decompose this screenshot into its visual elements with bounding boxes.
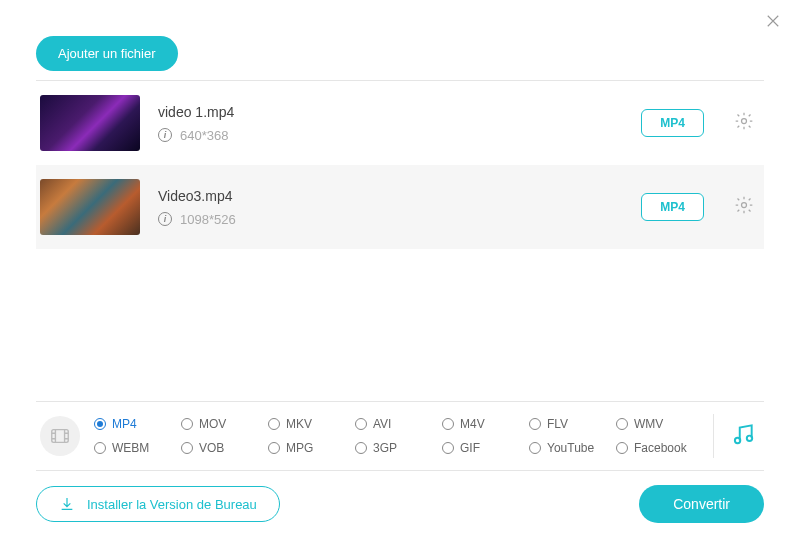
format-grid: MP4 MOV MKV AVI M4V FLV WMV WEBM VOB MPG… <box>94 417 697 455</box>
format-label: MPG <box>286 441 313 455</box>
radio-icon <box>268 418 280 430</box>
info-icon: i <box>158 212 172 226</box>
format-label: Facebook <box>634 441 687 455</box>
download-icon <box>59 496 75 512</box>
add-file-button[interactable]: Ajouter un fichier <box>36 36 178 71</box>
file-dimensions: i 640*368 <box>158 128 623 143</box>
format-option-gif[interactable]: GIF <box>442 441 523 455</box>
format-option-avi[interactable]: AVI <box>355 417 436 431</box>
file-name: Video3.mp4 <box>158 188 623 204</box>
format-option-3gp[interactable]: 3GP <box>355 441 436 455</box>
radio-icon <box>355 442 367 454</box>
format-badge-button[interactable]: MP4 <box>641 193 704 221</box>
radio-icon <box>94 442 106 454</box>
format-option-mov[interactable]: MOV <box>181 417 262 431</box>
format-option-facebook[interactable]: Facebook <box>616 441 697 455</box>
format-label: MP4 <box>112 417 137 431</box>
file-row[interactable]: video 1.mp4 i 640*368 MP4 <box>36 81 764 165</box>
radio-icon <box>616 442 628 454</box>
format-label: M4V <box>460 417 485 431</box>
format-option-vob[interactable]: VOB <box>181 441 262 455</box>
install-desktop-button[interactable]: Installer la Version de Bureau <box>36 486 280 522</box>
svg-point-3 <box>735 438 740 443</box>
radio-icon <box>181 442 193 454</box>
radio-icon <box>94 418 106 430</box>
gear-icon[interactable] <box>734 111 754 135</box>
format-option-youtube[interactable]: YouTube <box>529 441 610 455</box>
radio-icon <box>442 442 454 454</box>
format-label: GIF <box>460 441 480 455</box>
convert-button[interactable]: Convertir <box>639 485 764 523</box>
format-label: YouTube <box>547 441 594 455</box>
file-thumbnail <box>40 95 140 151</box>
radio-icon <box>268 442 280 454</box>
gear-icon[interactable] <box>734 195 754 219</box>
svg-rect-2 <box>52 430 69 443</box>
format-label: 3GP <box>373 441 397 455</box>
format-label: MKV <box>286 417 312 431</box>
file-meta: video 1.mp4 i 640*368 <box>158 104 623 143</box>
dimensions-text: 1098*526 <box>180 212 236 227</box>
format-label: VOB <box>199 441 224 455</box>
close-icon[interactable] <box>764 12 782 34</box>
format-option-m4v[interactable]: M4V <box>442 417 523 431</box>
format-panel: MP4 MOV MKV AVI M4V FLV WMV WEBM VOB MPG… <box>36 401 764 471</box>
format-label: MOV <box>199 417 226 431</box>
file-list: video 1.mp4 i 640*368 MP4 Video3.mp4 i 1… <box>36 80 764 249</box>
format-option-mkv[interactable]: MKV <box>268 417 349 431</box>
file-meta: Video3.mp4 i 1098*526 <box>158 188 623 227</box>
file-name: video 1.mp4 <box>158 104 623 120</box>
svg-point-4 <box>747 436 752 441</box>
audio-category-icon[interactable] <box>730 421 756 451</box>
file-row[interactable]: Video3.mp4 i 1098*526 MP4 <box>36 165 764 249</box>
radio-icon <box>355 418 367 430</box>
format-label: WEBM <box>112 441 149 455</box>
radio-icon <box>616 418 628 430</box>
svg-point-0 <box>742 119 747 124</box>
format-label: FLV <box>547 417 568 431</box>
divider <box>713 414 714 458</box>
info-icon: i <box>158 128 172 142</box>
radio-icon <box>529 418 541 430</box>
radio-icon <box>181 418 193 430</box>
video-category-icon[interactable] <box>40 416 80 456</box>
file-thumbnail <box>40 179 140 235</box>
format-option-mp4[interactable]: MP4 <box>94 417 175 431</box>
footer: Installer la Version de Bureau Convertir <box>36 485 764 523</box>
format-badge-button[interactable]: MP4 <box>641 109 704 137</box>
radio-icon <box>529 442 541 454</box>
format-option-mpg[interactable]: MPG <box>268 441 349 455</box>
format-option-wmv[interactable]: WMV <box>616 417 697 431</box>
radio-icon <box>442 418 454 430</box>
format-label: WMV <box>634 417 663 431</box>
install-label: Installer la Version de Bureau <box>87 497 257 512</box>
format-label: AVI <box>373 417 391 431</box>
dimensions-text: 640*368 <box>180 128 228 143</box>
format-option-flv[interactable]: FLV <box>529 417 610 431</box>
svg-point-1 <box>742 203 747 208</box>
format-option-webm[interactable]: WEBM <box>94 441 175 455</box>
file-dimensions: i 1098*526 <box>158 212 623 227</box>
